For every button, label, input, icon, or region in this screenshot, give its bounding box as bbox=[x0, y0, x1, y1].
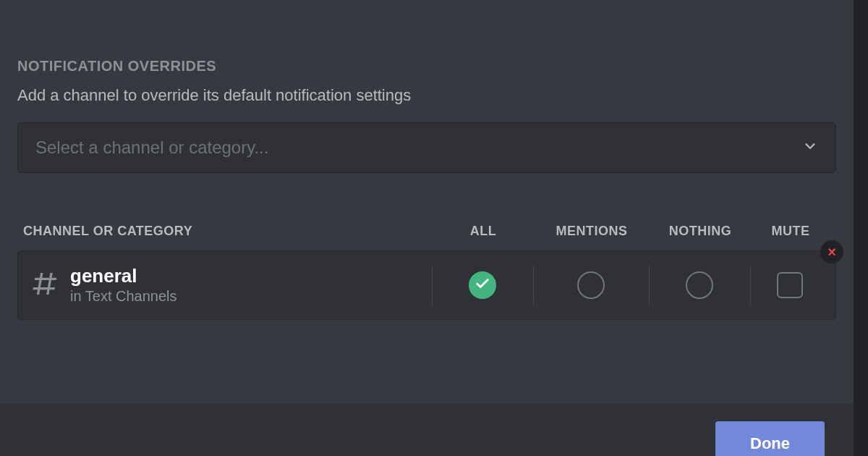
cell-mentions bbox=[533, 251, 649, 319]
channel-select-placeholder: Select a channel or category... bbox=[35, 138, 268, 158]
radio-mentions[interactable] bbox=[577, 271, 605, 299]
column-header-mentions: MENTIONS bbox=[534, 224, 650, 239]
close-icon: × bbox=[827, 245, 836, 259]
channel-category: in Text Channels bbox=[70, 288, 177, 305]
check-icon bbox=[475, 276, 490, 295]
column-header-all: ALL bbox=[433, 224, 534, 239]
mute-checkbox[interactable] bbox=[777, 272, 803, 298]
section-title: NOTIFICATION OVERRIDES bbox=[17, 58, 836, 75]
column-header-nothing: NOTHING bbox=[650, 224, 751, 239]
override-row: general in Text Channels bbox=[17, 250, 836, 320]
hash-icon bbox=[30, 269, 59, 301]
column-header-mute: MUTE bbox=[751, 224, 830, 239]
channel-cell: general in Text Channels bbox=[30, 266, 432, 305]
section-description: Add a channel to override its default no… bbox=[17, 86, 836, 105]
done-button[interactable]: Done bbox=[715, 421, 825, 456]
chevron-down-icon bbox=[802, 138, 818, 157]
backdrop-strip bbox=[854, 0, 868, 456]
radio-nothing[interactable] bbox=[686, 271, 713, 299]
cell-mute bbox=[750, 251, 830, 319]
channel-text: general in Text Channels bbox=[70, 266, 177, 305]
override-row-wrap: general in Text Channels bbox=[17, 250, 836, 320]
radio-all[interactable] bbox=[469, 271, 496, 299]
cell-nothing bbox=[649, 251, 750, 319]
notification-overrides-panel: NOTIFICATION OVERRIDES Add a channel to … bbox=[0, 0, 854, 456]
channel-name: general bbox=[70, 266, 177, 287]
remove-override-button[interactable]: × bbox=[820, 240, 843, 263]
override-table-header: CHANNEL OR CATEGORY ALL MENTIONS NOTHING… bbox=[17, 224, 836, 239]
cell-all bbox=[432, 251, 533, 319]
column-header-channel: CHANNEL OR CATEGORY bbox=[23, 224, 433, 239]
channel-select-dropdown[interactable]: Select a channel or category... bbox=[17, 122, 836, 173]
modal-footer: Done bbox=[0, 404, 854, 456]
